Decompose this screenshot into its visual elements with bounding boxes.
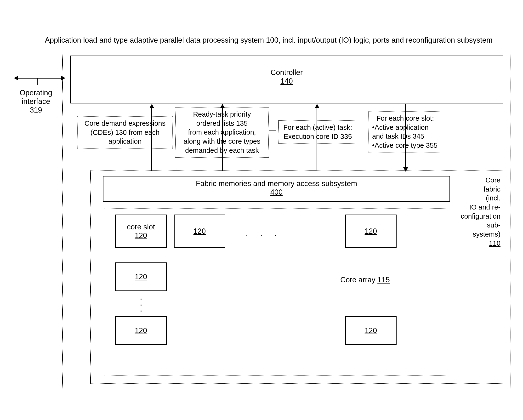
operating-interface-tick — [37, 78, 38, 85]
fabric-label-ref: 110 — [451, 239, 500, 248]
system-box: Controller 140 Core demand expressions (… — [62, 48, 511, 391]
operating-interface-arrow-line — [17, 78, 64, 79]
cde-line3: application — [81, 137, 169, 146]
core-slot-box: 120 — [345, 215, 397, 248]
vertical-dots-icon: ... — [139, 294, 143, 312]
execution-core-line2: Execution core ID 335 — [282, 132, 353, 141]
execution-core-arrow-up-icon — [315, 104, 319, 108]
core-slot-arrow-line — [405, 104, 406, 170]
core-slot-ref: 120 — [365, 326, 377, 335]
core-array-label: Core array 115 — [340, 276, 390, 284]
core-slot-box: core slot 120 — [115, 215, 167, 248]
core-array-ref: 115 — [377, 276, 390, 284]
operating-interface-line2: interface — [14, 97, 57, 106]
operating-interface-label: Operating interface 319 — [14, 89, 57, 114]
diagram-title: Application load and type adaptive paral… — [24, 36, 514, 45]
core-array-box: core slot 120 120 . . . 120 120 Core arr… — [103, 208, 450, 376]
cde-line1: Core demand expressions — [81, 119, 169, 128]
core-slot-box: 120 — [345, 316, 397, 345]
fabric-memories-box: Fabric memories and memory access subsys… — [103, 176, 450, 202]
fabric-label-line3: (incl. — [451, 194, 500, 203]
core-slot-ref: 120 — [135, 326, 147, 335]
controller-box: Controller 140 — [70, 56, 503, 104]
execution-core-line1: For each (active) task: — [282, 123, 353, 132]
ready-task-connector — [269, 130, 276, 131]
fabric-label-line4: IO and re- — [451, 203, 500, 212]
cde-arrow-line — [151, 107, 152, 170]
operating-interface-line3: 319 — [14, 106, 57, 114]
signal-execution-core: For each (active) task: Execution core I… — [278, 120, 357, 144]
core-slot-box: 120 — [115, 262, 167, 291]
fabric-label-line2: fabric — [451, 185, 500, 194]
core-slot-ref: 120 — [135, 231, 147, 240]
core-slot-ref: 120 — [365, 227, 377, 236]
core-slot-label: core slot — [127, 223, 155, 231]
fabric-label-line1: Core — [451, 176, 500, 185]
horizontal-dots-icon: . . . — [246, 228, 282, 238]
ready-task-arrow-line — [222, 107, 223, 170]
cde-arrow-up-icon — [149, 104, 154, 108]
fabric-memories-label: Fabric memories and memory access subsys… — [103, 179, 449, 188]
operating-interface-line1: Operating — [14, 89, 57, 97]
core-slot-ref: 120 — [135, 273, 147, 281]
ready-task-arrow-up-icon — [220, 104, 225, 108]
controller-label: Controller — [71, 68, 503, 77]
arrow-left-icon — [14, 76, 18, 81]
fabric-box: Fabric memories and memory access subsys… — [90, 170, 503, 384]
core-array-text: Core array — [340, 276, 377, 284]
fabric-label-line5: configuration — [451, 212, 500, 221]
fabric-label: Core fabric (incl. IO and re- configurat… — [451, 176, 500, 248]
fabric-label-line7: systems) — [451, 230, 500, 239]
core-slot-box: 120 — [115, 316, 167, 345]
fabric-memories-ref: 400 — [103, 188, 449, 197]
cde-line2: (CDEs) 130 from each — [81, 128, 169, 137]
fabric-label-line6: sub- — [451, 221, 500, 230]
controller-ref: 140 — [71, 77, 503, 86]
execution-core-arrow-line — [317, 107, 317, 170]
core-slot-ref: 120 — [194, 227, 206, 236]
signal-cde: Core demand expressions (CDEs) 130 from … — [77, 116, 173, 149]
core-slot-box: 120 — [174, 215, 225, 248]
